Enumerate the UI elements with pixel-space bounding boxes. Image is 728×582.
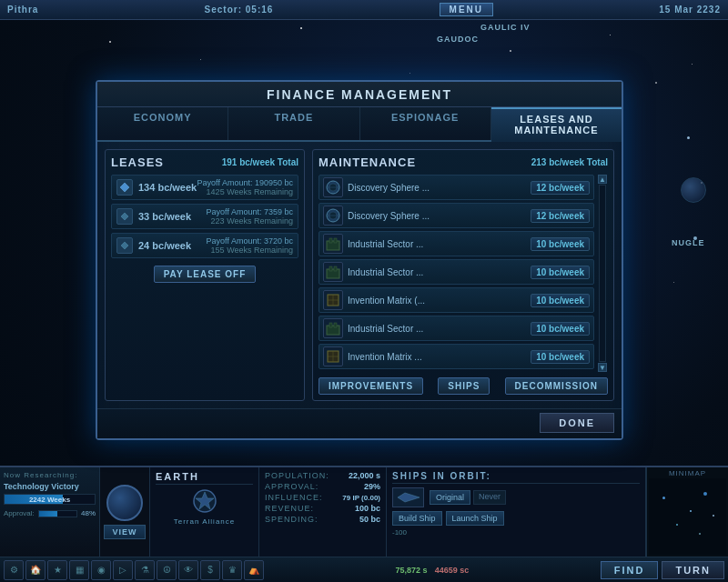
lease-item-3[interactable]: 24 bc/week Payoff Amount: 3720 bc 155 We… — [111, 233, 298, 258]
population-row: Population: 22,000 s — [265, 471, 380, 480]
leases-header: Leases 191 bc/week Total — [111, 156, 298, 169]
ships-panel: Ships in Orbit: Original Never Build Shi… — [387, 467, 646, 557]
maint-item-5[interactable]: Invention Matrix (... 10 bc/week — [318, 287, 594, 313]
dialog-title: Finance Management — [97, 82, 622, 107]
tab-trade[interactable]: Trade — [228, 107, 359, 140]
maint-rate-1: 12 bc/week — [531, 181, 590, 195]
maint-name-4: Industrial Sector ... — [348, 267, 526, 277]
approval-row: Approval: 48% — [4, 509, 96, 517]
maint-rate-2: 12 bc/week — [531, 209, 590, 223]
find-button[interactable]: Find — [601, 561, 659, 579]
maint-item-7[interactable]: Invention Matrix ... 10 bc/week — [318, 344, 594, 369]
lease-payoff-2: Payoff Amount: 7359 bc — [207, 207, 293, 216]
planet-stats: Population: 22,000 s Approval: 29% Influ… — [259, 467, 387, 557]
maint-icon-4 — [323, 262, 343, 282]
maint-name-7: Invention Matrix ... — [348, 352, 526, 362]
tab-leases-maintenance[interactable]: Leases and Maintenance — [491, 107, 622, 142]
lease-rate-3: 24 bc/week — [138, 240, 207, 251]
bottom-icon-ship[interactable]: ▷ — [113, 560, 133, 580]
tab-bar: Economy Trade Espionage Leases and Maint… — [97, 107, 622, 142]
svg-marker-2 — [121, 242, 128, 249]
bottom-icon-star[interactable]: ★ — [47, 560, 67, 580]
bottom-icon-1[interactable]: ⚙ — [4, 560, 24, 580]
bottom-icon-2[interactable]: 🏠 — [25, 560, 46, 580]
location-label: Pithra — [7, 5, 38, 15]
minimap-panel: MINIMAP — [646, 467, 728, 557]
svg-marker-1 — [121, 213, 128, 220]
bottom-icon-leader[interactable]: ♛ — [222, 560, 242, 580]
improvements-button[interactable]: Improvements — [318, 377, 423, 395]
lease-weeks-1: 1425 Weeks Remaining — [197, 187, 293, 196]
bottom-icon-diplo[interactable]: ☮ — [157, 560, 177, 580]
lease-item-2[interactable]: 33 bc/week Payoff Amount: 7359 bc 223 We… — [111, 204, 298, 229]
maint-rate-4: 10 bc/week — [531, 266, 590, 279]
alt-value: 44659 sc — [435, 566, 470, 575]
sector-label: Sector: 05:16 — [205, 5, 274, 15]
bc-value: 75,872 s — [396, 566, 428, 575]
lease-icon-3 — [116, 237, 133, 254]
finance-dialog: Finance Management Economy Trade Espiona… — [96, 80, 623, 440]
decommission-button[interactable]: Decommission — [505, 377, 608, 395]
maint-item-6[interactable]: Industrial Sector ... 10 bc/week — [318, 316, 594, 341]
maintenance-scrollbar[interactable]: ▲ ▼ — [597, 175, 608, 372]
tab-economy[interactable]: Economy — [97, 107, 228, 140]
ships-button[interactable]: Ships — [438, 377, 490, 395]
turn-button[interactable]: Turn — [662, 561, 724, 579]
bottom-icon-planet[interactable]: ◉ — [91, 560, 111, 580]
approval-stat-row: Approval: 29% — [265, 482, 380, 491]
maintenance-total: 213 bc/week Total — [531, 157, 608, 167]
scroll-down-button[interactable]: ▼ — [598, 363, 607, 372]
build-ship-button[interactable]: Build Ship — [392, 511, 442, 526]
svg-rect-19 — [329, 323, 332, 327]
action-buttons: Find Turn — [601, 561, 724, 579]
space-label-gaudoc: GAUDOC — [437, 35, 479, 44]
maintenance-header: Maintenance 213 bc/week Total — [318, 156, 608, 169]
svg-rect-11 — [334, 238, 337, 243]
bottom-icon-colony[interactable]: ⛺ — [244, 560, 264, 580]
bottom-icon-tech[interactable]: ⚗ — [135, 560, 155, 580]
ship-icon — [392, 487, 424, 507]
maint-item-4[interactable]: Industrial Sector ... 10 bc/week — [318, 259, 594, 285]
planet-name: Earth — [156, 471, 253, 485]
lease-item-1[interactable]: 134 bc/week Payoff Amount: 190950 bc 142… — [111, 175, 298, 200]
minimap-view[interactable] — [649, 478, 726, 555]
tab-espionage[interactable]: Espionage — [360, 107, 491, 140]
research-weeks: 2242 Weeks — [5, 495, 95, 504]
approval-label: Approval: — [4, 509, 35, 517]
leases-total: 191 bc/week Total — [222, 157, 298, 167]
launch-ship-button[interactable]: Launch Ship — [446, 511, 504, 526]
bottom-panel: Now Researching: Technology Victory 2242… — [0, 466, 728, 557]
bottom-icon-map[interactable]: ▦ — [69, 560, 89, 580]
research-bar: 2242 Weeks — [4, 494, 96, 505]
alliance-name: Terran Alliance — [156, 517, 253, 526]
scroll-up-button[interactable]: ▲ — [598, 175, 607, 184]
maint-item-1[interactable]: Discovery Sphere ... 12 bc/week — [318, 175, 594, 200]
bottom-icon-finance[interactable]: $ — [200, 560, 220, 580]
svg-rect-10 — [329, 238, 332, 243]
maint-item-2[interactable]: Discovery Sphere ... 12 bc/week — [318, 203, 594, 228]
lease-payoff-3: Payoff Amount: 3720 bc — [207, 236, 293, 246]
minimap-label: MINIMAP — [647, 469, 728, 477]
ship-row: Original Never — [392, 487, 640, 507]
maint-icon-7 — [323, 346, 343, 366]
menu-button[interactable]: MENU — [440, 3, 493, 16]
leases-panel: Leases 191 bc/week Total 134 bc/week Pay… — [105, 149, 305, 401]
planet-info-panel: Earth Terran Alliance — [150, 467, 259, 557]
pay-lease-off-button[interactable]: Pay Lease Off — [154, 266, 257, 283]
space-label-gaulic: GAULIC IV — [480, 23, 531, 32]
svg-rect-20 — [334, 323, 337, 327]
view-button[interactable]: View — [104, 525, 145, 539]
maint-item-3[interactable]: Industrial Sector ... 10 bc/week — [318, 231, 594, 256]
research-panel: Now Researching: Technology Victory 2242… — [0, 467, 100, 557]
bottom-icon-spy[interactable]: 👁 — [178, 560, 198, 580]
svg-rect-12 — [327, 269, 339, 278]
original-button[interactable]: Original — [430, 490, 470, 505]
alliance-emblem — [156, 487, 253, 515]
maintenance-buttons: Improvements Ships Decommission — [318, 377, 608, 395]
approval-bar — [38, 510, 77, 517]
done-button[interactable]: Done — [540, 413, 614, 433]
ship-countdown: -100 — [392, 528, 640, 537]
maintenance-title: Maintenance — [318, 156, 416, 169]
maint-icon-6 — [323, 318, 343, 338]
lease-weeks-3: 155 Weeks Remaining — [207, 246, 293, 255]
